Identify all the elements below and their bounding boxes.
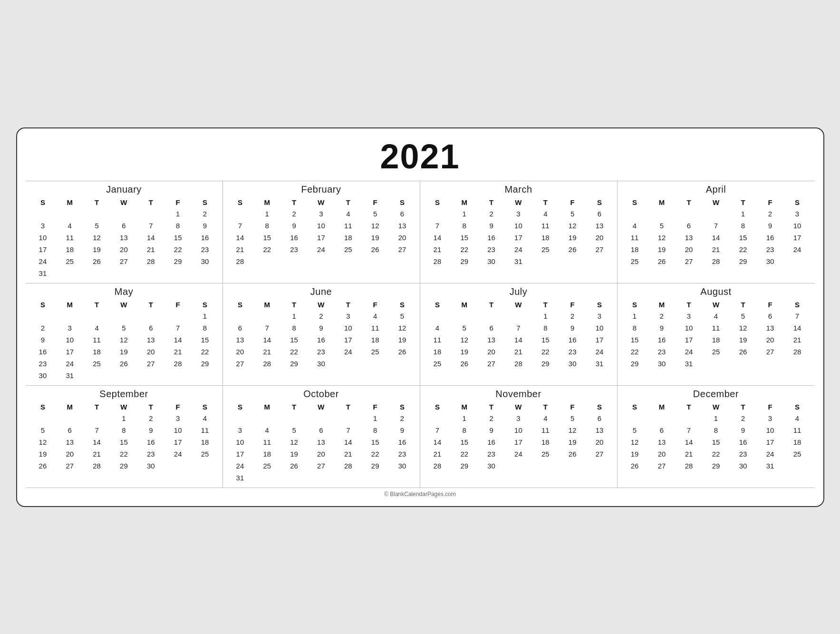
day-cell: 11: [56, 232, 83, 244]
day-cell: 29: [730, 255, 757, 267]
month-cell-july: JulySMTWTFS12345678910111213141516171819…: [420, 283, 618, 386]
day-cell: 12: [730, 322, 757, 334]
week-row: 27282930: [227, 358, 416, 370]
day-cell: 27: [137, 358, 164, 370]
day-cell: 25: [83, 358, 110, 370]
day-header: F: [164, 401, 192, 412]
day-cell: 27: [586, 448, 613, 460]
day-cell: [362, 472, 389, 484]
day-header: W: [110, 197, 137, 208]
day-cell: 17: [308, 232, 335, 244]
day-cell: [56, 267, 83, 279]
week-row: 78910111213: [424, 220, 613, 232]
day-cell: 7: [424, 220, 451, 232]
day-cell: 26: [451, 358, 478, 370]
day-cell: 5: [83, 220, 110, 232]
day-cell: 24: [308, 244, 335, 255]
week-row: 78910111213: [424, 424, 613, 436]
week-row: 10111213141516: [29, 232, 219, 244]
month-cell-october: OctoberSMTWTFS12345678910111213141516171…: [223, 386, 420, 488]
day-cell: 27: [227, 358, 254, 370]
day-cell: 10: [56, 334, 83, 346]
day-header: F: [362, 299, 389, 310]
day-cell: 14: [676, 436, 703, 448]
month-name: December: [621, 389, 811, 400]
day-cell: 20: [389, 232, 416, 244]
day-cell: 3: [586, 310, 613, 322]
day-cell: 1: [362, 412, 389, 424]
week-row: 31: [29, 267, 219, 279]
day-cell: 24: [164, 448, 192, 460]
day-cell: [110, 310, 137, 322]
day-cell: [280, 412, 308, 424]
day-header: S: [389, 401, 416, 412]
day-cell: 20: [676, 244, 703, 255]
day-cell: [308, 255, 335, 267]
day-cell: 2: [757, 208, 784, 220]
day-cell: 1: [253, 208, 280, 220]
day-cell: 25: [335, 244, 362, 255]
day-cell: 12: [362, 220, 389, 232]
day-cell: 21: [784, 334, 811, 346]
day-cell: 4: [424, 322, 451, 334]
day-cell: 3: [56, 322, 83, 334]
day-header: S: [192, 299, 219, 310]
day-cell: 9: [280, 220, 308, 232]
day-cell: 17: [164, 436, 192, 448]
day-cell: 3: [757, 412, 784, 424]
day-cell: 21: [83, 448, 110, 460]
cal-table: SMTWTFS123456789101112131415161718192021…: [424, 197, 613, 267]
day-cell: 30: [757, 255, 784, 267]
day-cell: [703, 358, 730, 370]
cal-table: SMTWTFS123456789101112131415161718192021…: [227, 299, 416, 370]
day-cell: 25: [424, 358, 451, 370]
day-cell: 16: [559, 334, 586, 346]
day-cell: 23: [192, 244, 219, 255]
day-cell: 28: [784, 346, 811, 358]
day-header: W: [308, 401, 335, 412]
day-cell: 18: [784, 436, 811, 448]
day-cell: 19: [621, 448, 648, 460]
day-cell: 3: [676, 310, 703, 322]
month-name: March: [424, 184, 613, 195]
day-cell: 12: [110, 334, 137, 346]
day-cell: 31: [227, 472, 254, 484]
day-cell: 2: [29, 322, 57, 334]
day-header: S: [621, 401, 648, 412]
day-cell: 28: [253, 358, 280, 370]
day-cell: [505, 310, 532, 322]
day-cell: 19: [451, 346, 478, 358]
day-cell: 2: [559, 310, 586, 322]
day-cell: 5: [559, 412, 586, 424]
day-cell: 12: [29, 436, 57, 448]
day-header: S: [424, 401, 451, 412]
day-cell: 29: [532, 358, 559, 370]
day-cell: 4: [192, 412, 219, 424]
day-cell: [110, 267, 137, 279]
day-cell: 24: [676, 346, 703, 358]
day-header: T: [280, 197, 308, 208]
day-cell: 5: [362, 208, 389, 220]
day-cell: 9: [478, 424, 505, 436]
day-header: T: [137, 401, 164, 412]
day-cell: [621, 208, 648, 220]
day-cell: 11: [335, 220, 362, 232]
day-cell: 13: [757, 322, 784, 334]
day-cell: 4: [621, 220, 648, 232]
day-cell: 27: [56, 460, 83, 472]
day-cell: 12: [451, 334, 478, 346]
day-cell: 9: [137, 424, 164, 436]
day-cell: 23: [280, 244, 308, 255]
day-cell: 29: [451, 255, 478, 267]
day-cell: 4: [253, 424, 280, 436]
day-cell: [164, 267, 192, 279]
day-cell: [389, 358, 416, 370]
day-cell: [253, 310, 280, 322]
week-row: 12: [227, 412, 416, 424]
day-cell: 25: [192, 448, 219, 460]
day-header: T: [335, 401, 362, 412]
day-cell: 28: [703, 255, 730, 267]
day-cell: 11: [424, 334, 451, 346]
day-cell: 14: [253, 334, 280, 346]
day-cell: [451, 310, 478, 322]
